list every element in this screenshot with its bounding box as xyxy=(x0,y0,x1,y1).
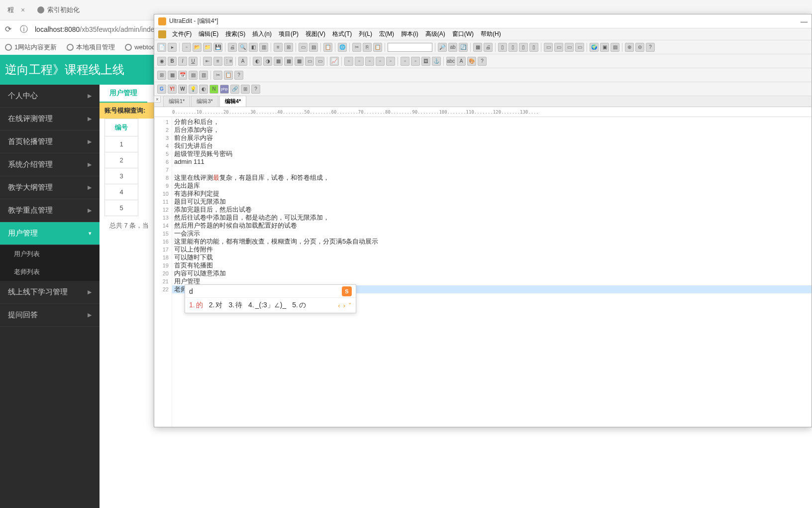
tool-icon[interactable]: 🖨 xyxy=(228,43,237,52)
tool-icon[interactable]: abc xyxy=(446,57,455,66)
tool-icon[interactable]: ◐ xyxy=(199,85,208,94)
tool-icon[interactable]: ab xyxy=(448,43,457,52)
menu-file[interactable]: 文件(F) xyxy=(169,29,195,39)
tool-icon[interactable]: ▫ xyxy=(411,57,420,66)
open-icon[interactable]: 📂 xyxy=(193,43,202,52)
tool-icon[interactable]: ⊞ xyxy=(284,43,293,52)
doc-icon[interactable]: ▫ xyxy=(182,43,191,52)
table-row[interactable]: 1 xyxy=(105,136,138,152)
tool-icon[interactable]: 🔗 xyxy=(230,85,239,94)
tool-icon[interactable]: ▫ xyxy=(355,57,364,66)
tool-icon[interactable]: ▭ xyxy=(315,57,324,66)
tool-icon[interactable]: 📅 xyxy=(178,71,187,80)
tool-icon[interactable]: ◐ xyxy=(253,57,262,66)
menu-search[interactable]: 搜索(S) xyxy=(222,29,248,39)
ime-next-icon[interactable]: › xyxy=(343,302,345,309)
menu-insert[interactable]: 插入(n) xyxy=(249,29,275,39)
php-icon[interactable]: php xyxy=(220,85,229,94)
tool-icon[interactable]: ◑ xyxy=(263,57,272,66)
titlebar[interactable]: UltraEdit - [编辑4*] — xyxy=(154,14,812,28)
tool-icon[interactable]: ▤ xyxy=(309,43,318,52)
marker-icon[interactable]: ◉ xyxy=(157,57,166,66)
copy-icon[interactable]: ⎘ xyxy=(363,43,372,52)
tool-icon[interactable]: ▯ xyxy=(498,43,507,52)
tool-icon[interactable]: ▫ xyxy=(386,57,395,66)
ime-candidate[interactable]: 1.的 xyxy=(189,301,203,310)
italic-icon[interactable]: I xyxy=(178,57,187,66)
tool-icon[interactable]: ≡ xyxy=(274,43,283,52)
tool-icon[interactable]: ▦ xyxy=(168,71,177,80)
menu-format[interactable]: 格式(T) xyxy=(329,29,355,39)
menu-advanced[interactable]: 高级(A) xyxy=(422,29,448,39)
browser-tab[interactable]: 程 × xyxy=(2,3,30,16)
tool-icon[interactable]: ▤ xyxy=(189,71,198,80)
outdent-icon[interactable]: ⇤ xyxy=(203,57,212,66)
sidebar-item-profile[interactable]: 个人中心▶ xyxy=(0,85,100,108)
tool-icon[interactable]: A xyxy=(457,57,466,66)
wikipedia-icon[interactable]: W xyxy=(178,85,187,94)
tool-icon[interactable]: ✂ xyxy=(213,71,222,80)
image-icon[interactable]: 🖼 xyxy=(421,57,430,66)
tool-icon[interactable]: ▦ xyxy=(274,57,283,66)
underline-icon[interactable]: U xyxy=(189,57,198,66)
tool-icon[interactable]: 🌐 xyxy=(338,43,347,52)
paste-icon[interactable]: 📋 xyxy=(373,43,382,52)
yahoo-icon[interactable]: Y! xyxy=(168,85,177,94)
info-icon[interactable]: ⓘ xyxy=(20,24,30,34)
tool-icon[interactable]: 💡 xyxy=(189,85,198,94)
numbered-list-icon[interactable]: ⋮≡ xyxy=(224,57,233,66)
minimize-icon[interactable]: — xyxy=(801,17,808,25)
tool-icon[interactable]: ▦ xyxy=(284,57,293,66)
browser-tab[interactable]: 索引初始化 xyxy=(32,3,85,16)
doc-tab-active[interactable]: 编辑4* xyxy=(219,96,246,107)
ime-expand-icon[interactable]: ˅ xyxy=(348,302,352,309)
content-tab-users[interactable]: 用户管理 xyxy=(100,85,147,103)
sidebar-item-users[interactable]: 用户管理▾ xyxy=(0,222,100,245)
tool-icon[interactable]: ⊞ xyxy=(157,71,166,80)
url-display[interactable]: localhost:8080/xb35fewqxk/admin/inde xyxy=(35,25,155,33)
sidebar-sub-user-list[interactable]: 用户列表 xyxy=(0,245,100,263)
tool-icon[interactable]: 📈 xyxy=(330,57,339,66)
app-menu-icon[interactable] xyxy=(158,30,166,38)
globe-icon[interactable]: 🌍 xyxy=(590,43,599,52)
sidebar-item-system-intro[interactable]: 系统介绍管理▶ xyxy=(0,153,100,176)
ime-candidate[interactable]: 2.对 xyxy=(209,301,223,310)
tool-icon[interactable]: ▯ xyxy=(529,43,538,52)
menu-macro[interactable]: 宏(M) xyxy=(376,29,397,39)
tool-icon[interactable]: ▭ xyxy=(554,43,563,52)
sidebar-item-online-eval[interactable]: 在线评测管理▶ xyxy=(0,108,100,130)
google-icon[interactable]: G xyxy=(157,85,166,94)
ime-candidate[interactable]: 4._(:3」∠)_ xyxy=(248,301,286,310)
menu-edit[interactable]: 编辑(E) xyxy=(196,29,221,39)
code-area[interactable]: 分前台和后台，后台添加内容，前台展示内容我们先讲后台超级管理员账号密码admin… xyxy=(172,117,812,427)
menu-script[interactable]: 脚本(i) xyxy=(398,29,421,39)
ime-candidate[interactable]: 5.の xyxy=(292,301,306,310)
tool-icon[interactable]: ▥ xyxy=(199,71,208,80)
help-icon[interactable]: ? xyxy=(478,57,487,66)
tool-icon[interactable]: ▦ xyxy=(473,43,482,52)
tool-icon[interactable]: ▦ xyxy=(295,57,304,66)
menu-project[interactable]: 项目(P) xyxy=(276,29,302,39)
doc-tab[interactable]: 编辑3* xyxy=(191,96,218,107)
tool-icon[interactable]: ▫ xyxy=(365,57,374,66)
help-icon[interactable]: ? xyxy=(234,71,243,80)
table-row[interactable]: 5 xyxy=(105,200,138,216)
save-icon[interactable]: 💾 xyxy=(213,43,222,52)
folder-icon[interactable]: 📁 xyxy=(203,43,212,52)
ime-candidate[interactable]: 3.待 xyxy=(228,301,242,310)
tool-icon[interactable]: ⊖ xyxy=(635,43,644,52)
sidebar-item-learning[interactable]: 线上线下学习管理▶ xyxy=(0,281,100,304)
cut-icon[interactable]: ✂ xyxy=(352,43,361,52)
menu-column[interactable]: 列(L) xyxy=(356,29,375,39)
table-row[interactable]: 3 xyxy=(105,168,138,184)
windows-icon[interactable]: ⊞ xyxy=(241,85,250,94)
tool-icon[interactable]: ▭ xyxy=(575,43,584,52)
close-icon[interactable]: × xyxy=(21,6,25,14)
tool-icon[interactable]: ▯ xyxy=(519,43,528,52)
menu-help[interactable]: 帮助(H) xyxy=(478,29,504,39)
sidebar-item-keypoints[interactable]: 教学重点管理▶ xyxy=(0,199,100,222)
print-icon[interactable]: 🖨 xyxy=(484,43,493,52)
tool-icon[interactable]: N xyxy=(209,85,218,94)
ime-prev-icon[interactable]: ‹ xyxy=(338,302,340,309)
bold-icon[interactable]: B xyxy=(168,57,177,66)
